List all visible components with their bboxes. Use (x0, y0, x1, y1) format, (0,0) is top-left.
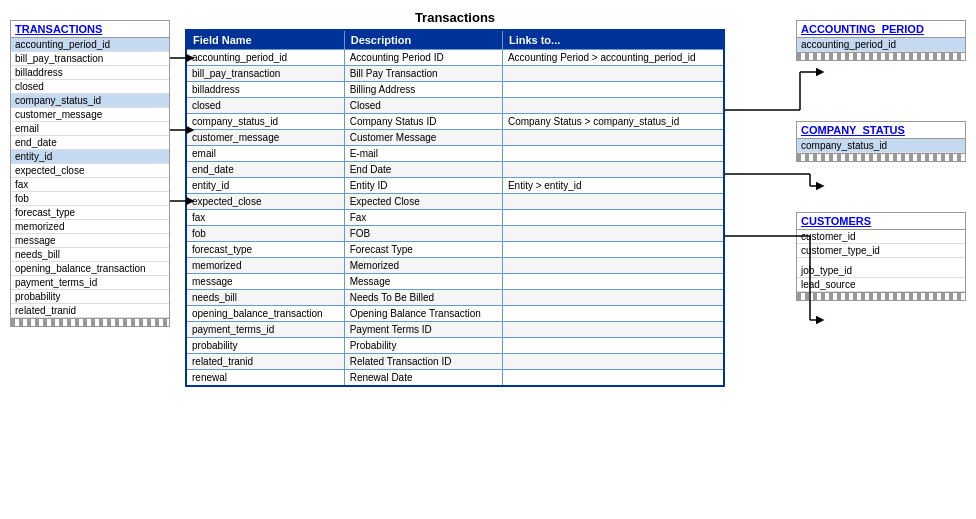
list-item: customer_id (797, 230, 965, 244)
table-row: memorizedMemorized (186, 258, 724, 274)
description-cell: Renewal Date (344, 370, 502, 387)
transactions-wavy-bottom (11, 318, 169, 326)
description-cell: Fax (344, 210, 502, 226)
field-name-cell: entity_id (186, 178, 344, 194)
list-item: needs_bill (11, 248, 169, 262)
table-row: billaddressBilling Address (186, 82, 724, 98)
links-cell (502, 354, 724, 370)
table-row: emailE-mail (186, 146, 724, 162)
accounting-period-fields: accounting_period_id (797, 38, 965, 52)
table-row: faxFax (186, 210, 724, 226)
field-name-cell: message (186, 274, 344, 290)
list-item: opening_balance_transaction (11, 262, 169, 276)
links-cell (502, 370, 724, 387)
list-item: forecast_type (11, 206, 169, 220)
field-name-cell: end_date (186, 162, 344, 178)
table-row: needs_billNeeds To Be Billed (186, 290, 724, 306)
customers-fields: customer_id customer_type_id job_type_id… (797, 230, 965, 292)
table-row: expected_closeExpected Close (186, 194, 724, 210)
table-row: end_dateEnd Date (186, 162, 724, 178)
customers-box: CUSTOMERS customer_id customer_type_id j… (796, 212, 966, 301)
table-row: messageMessage (186, 274, 724, 290)
field-name-cell: email (186, 146, 344, 162)
description-cell: Memorized (344, 258, 502, 274)
links-cell: Company Status > company_status_id (502, 114, 724, 130)
transactions-field-list: accounting_period_idbill_pay_transaction… (11, 38, 169, 318)
col-description: Description (344, 30, 502, 50)
description-cell: Company Status ID (344, 114, 502, 130)
table-row: related_tranidRelated Transaction ID (186, 354, 724, 370)
col-field-name: Field Name (186, 30, 344, 50)
field-name-cell: probability (186, 338, 344, 354)
customers-wavy (797, 292, 965, 300)
description-cell: Message (344, 274, 502, 290)
list-item: probability (11, 290, 169, 304)
main-table-body: accounting_period_idAccounting Period ID… (186, 50, 724, 387)
list-item: end_date (11, 136, 169, 150)
description-cell: FOB (344, 226, 502, 242)
field-name-cell: opening_balance_transaction (186, 306, 344, 322)
links-cell (502, 258, 724, 274)
links-cell (502, 66, 724, 82)
main-table-container: Transactions Field Name Description Link… (185, 10, 725, 387)
list-item: lead_source (797, 278, 965, 292)
field-name-cell: expected_close (186, 194, 344, 210)
table-row: renewalRenewal Date (186, 370, 724, 387)
links-cell (502, 338, 724, 354)
description-cell: Payment Terms ID (344, 322, 502, 338)
description-cell: Bill Pay Transaction (344, 66, 502, 82)
table-row: closedClosed (186, 98, 724, 114)
links-cell (502, 162, 724, 178)
list-item: customer_message (11, 108, 169, 122)
links-cell (502, 242, 724, 258)
list-item: closed (11, 80, 169, 94)
links-cell (502, 130, 724, 146)
table-row: bill_pay_transactionBill Pay Transaction (186, 66, 724, 82)
table-row: accounting_period_idAccounting Period ID… (186, 50, 724, 66)
description-cell: Forecast Type (344, 242, 502, 258)
description-cell: Entity ID (344, 178, 502, 194)
links-cell (502, 322, 724, 338)
list-item: billaddress (11, 66, 169, 80)
field-name-cell: company_status_id (186, 114, 344, 130)
description-cell: Customer Message (344, 130, 502, 146)
accounting-period-box: ACCOUNTING_PERIOD accounting_period_id (796, 20, 966, 61)
description-cell: Closed (344, 98, 502, 114)
col-links-to: Links to... (502, 30, 724, 50)
company-status-wavy (797, 153, 965, 161)
links-cell (502, 226, 724, 242)
table-row: forecast_typeForecast Type (186, 242, 724, 258)
links-cell (502, 274, 724, 290)
field-name-cell: renewal (186, 370, 344, 387)
description-cell: Opening Balance Transaction (344, 306, 502, 322)
list-item: payment_terms_id (11, 276, 169, 290)
list-item: entity_id (11, 150, 169, 164)
field-name-cell: memorized (186, 258, 344, 274)
table-row: payment_terms_idPayment Terms ID (186, 322, 724, 338)
company-status-box: COMPANY_STATUS company_status_id (796, 121, 966, 162)
links-cell: Entity > entity_id (502, 178, 724, 194)
list-item: fob (11, 192, 169, 206)
customers-header: CUSTOMERS (797, 213, 965, 230)
links-cell: Accounting Period > accounting_period_id (502, 50, 724, 66)
field-name-cell: customer_message (186, 130, 344, 146)
list-item: message (11, 234, 169, 248)
field-name-cell: forecast_type (186, 242, 344, 258)
list-item: job_type_id (797, 264, 965, 278)
links-cell (502, 98, 724, 114)
list-item: accounting_period_id (11, 38, 169, 52)
description-cell: Needs To Be Billed (344, 290, 502, 306)
description-cell: Accounting Period ID (344, 50, 502, 66)
links-cell (502, 306, 724, 322)
description-cell: Probability (344, 338, 502, 354)
links-cell (502, 146, 724, 162)
description-cell: Related Transaction ID (344, 354, 502, 370)
field-name-cell: closed (186, 98, 344, 114)
company-status-header: COMPANY_STATUS (797, 122, 965, 139)
field-name-cell: fax (186, 210, 344, 226)
list-item: customer_type_id (797, 244, 965, 258)
field-name-cell: payment_terms_id (186, 322, 344, 338)
accounting-period-header: ACCOUNTING_PERIOD (797, 21, 965, 38)
links-cell (502, 194, 724, 210)
links-cell (502, 82, 724, 98)
